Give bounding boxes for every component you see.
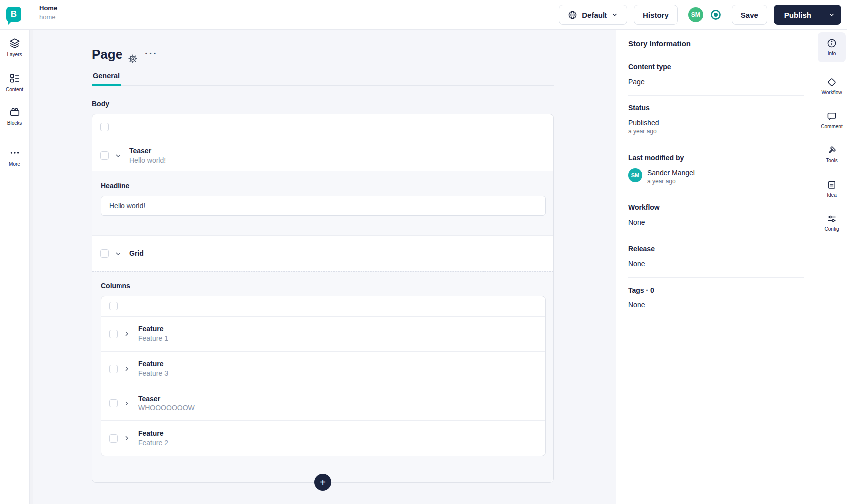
tab-general[interactable]: General [92,69,121,86]
story-information-panel: Story Information Content type Page Stat… [616,30,816,504]
status-time-link[interactable]: a year ago [628,127,804,136]
content-list-icon [9,73,20,84]
columns-select-row [101,296,545,317]
publish-split-button: Publish [774,5,841,25]
modified-time-link[interactable]: a year ago [647,177,695,186]
toolbar-item-tools[interactable]: Tools [818,139,846,169]
publish-options-button[interactable] [822,5,841,25]
headline-input[interactable] [101,196,546,216]
chevron-right-icon[interactable] [123,365,131,373]
block-checkbox[interactable] [109,399,118,407]
history-button[interactable]: History [634,5,678,25]
status-section: Status Published a year ago [628,96,804,145]
presence-indicator-icon[interactable] [710,9,722,21]
content-type-value: Page [628,77,804,86]
status-value: Published [628,118,804,127]
toolbar-item-config[interactable]: Config [818,208,846,238]
sidebar-item-label: Content [6,87,23,92]
tags-label: Tags · 0 [628,286,804,294]
breadcrumb-title: Home [39,4,57,12]
info-icon [827,38,837,48]
block-row-feature-3[interactable]: Feature Feature 3 [101,352,545,387]
chevron-down-icon [828,11,835,18]
block-row-feature-2[interactable]: Feature Feature 2 [101,421,545,456]
toolbar-item-info[interactable]: Info [818,32,846,62]
user-avatar-initials: SM [691,11,700,18]
chevron-right-icon[interactable] [123,400,131,407]
language-selector-label: Default [582,11,607,19]
chevron-down-icon[interactable] [114,250,122,258]
more-options-icon[interactable]: ··· [145,48,158,59]
block-type: Feature [138,429,168,438]
block-checkbox[interactable] [100,151,109,160]
tags-value: None [628,301,804,309]
block-row-grid[interactable]: Grid [92,235,553,271]
chevron-right-icon[interactable] [123,330,131,338]
block-preview: Feature 3 [138,369,168,378]
toolbar-item-label: Info [828,51,836,56]
columns-blocks-container: Feature Feature 1 Feature Feature 3 [101,296,546,456]
sidebar-item-label: Layers [7,52,22,57]
block-row-teaser[interactable]: Teaser Hello world! [92,140,553,171]
language-selector-button[interactable]: Default [559,5,627,25]
block-type: Teaser [138,394,195,403]
gear-icon[interactable] [128,54,138,64]
header-actions: Default History SM Save Publish [559,5,841,25]
workflow-section: Workflow None [628,195,804,236]
top-header: B Home home Default History SM [0,0,847,30]
sidebar-item-layers[interactable]: Layers [0,38,29,57]
toolbar-item-idea[interactable]: Idea [818,174,846,203]
sidebar-item-blocks[interactable]: Blocks [0,106,29,126]
columns-field-label: Columns [101,282,545,290]
chevron-right-icon[interactable] [123,434,131,442]
headline-field-label: Headline [101,182,545,190]
main-scrollbar[interactable] [30,30,33,504]
logo-letter: B [11,9,17,19]
block-checkbox[interactable] [109,330,118,338]
add-block-button[interactable]: + [314,474,331,491]
block-preview: Hello world! [129,156,166,165]
select-all-checkbox[interactable] [100,123,109,131]
user-avatar[interactable]: SM [688,7,703,22]
block-row-teaser-whooow[interactable]: Teaser WHOOOOOOOW [101,386,545,421]
chevron-down-icon[interactable] [114,152,122,160]
block-checkbox[interactable] [100,249,109,258]
block-preview: Feature 1 [138,334,168,343]
modifier-avatar: SM [628,168,642,182]
sidebar-item-more[interactable]: More [0,147,29,167]
workflow-label: Workflow [628,203,804,211]
more-ellipsis-icon [9,147,20,158]
block-preview: WHOOOOOOOW [138,403,195,413]
toolbar-item-comment[interactable]: Comment [818,105,846,135]
breadcrumb: Home home [39,4,57,22]
sidebar-item-content[interactable]: Content [0,73,29,92]
block-checkbox[interactable] [109,365,118,373]
toolbar-item-label: Idea [827,192,836,198]
modifier-name: Sander Mangel [647,168,695,177]
left-sidebar: Layers Content Blocks More [0,30,30,504]
teaser-expanded-section: Headline [92,171,553,235]
globe-icon [568,10,577,20]
grid-expanded-section: Columns Feature Feature 1 [92,271,553,482]
editor-area: Page ··· General Body [33,30,616,504]
storyblok-logo-icon[interactable]: B [6,7,21,22]
modifier-avatar-initials: SM [631,172,640,178]
workflow-diamond-icon [827,77,837,87]
save-button[interactable]: Save [732,5,767,25]
block-row-feature-1[interactable]: Feature Feature 1 [101,317,545,352]
block-type: Grid [129,249,144,258]
toolbar-item-workflow[interactable]: Workflow [818,71,846,101]
history-button-label: History [643,11,669,19]
select-all-checkbox[interactable] [109,302,118,310]
save-button-label: Save [741,11,758,19]
layers-icon [9,38,20,49]
sidebar-item-label: Blocks [7,120,22,126]
sidebar-item-label: More [9,161,20,167]
publish-button-label: Publish [784,11,811,19]
toolbar-item-label: Tools [826,158,837,163]
release-value: None [628,259,804,268]
comment-bubble-icon [827,111,837,121]
publish-button[interactable]: Publish [774,5,822,25]
release-section: Release None [628,236,804,278]
block-checkbox[interactable] [109,434,118,443]
